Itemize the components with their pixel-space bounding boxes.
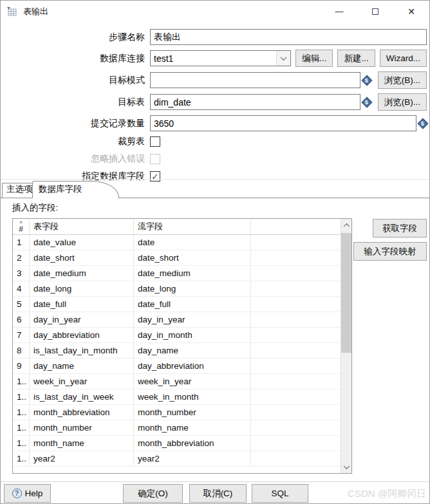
field-mapping-button[interactable]: 输入字段映射 (353, 242, 427, 261)
column-header-num[interactable]: ^ # (13, 219, 30, 234)
ignore-insert-errors-checkbox (150, 154, 160, 164)
browse-table-button[interactable]: 浏览(B)... (378, 93, 427, 111)
tab-database-fields[interactable]: 数据库字段 (32, 181, 119, 198)
stream-field-cell[interactable]: week_in_year (134, 374, 251, 389)
row-num-cell[interactable]: 1.. (13, 389, 30, 404)
scroll-down-icon[interactable] (341, 460, 351, 473)
table-field-cell[interactable]: day_abbreviation (30, 328, 134, 342)
commit-size-input[interactable] (150, 115, 416, 131)
scroll-up-icon[interactable] (341, 219, 351, 232)
ok-button[interactable]: 确定(O) (123, 484, 183, 503)
table-field-cell[interactable]: year2 (30, 451, 134, 466)
row-num-cell[interactable]: 8 (13, 343, 30, 358)
cancel-button[interactable]: 取消(C) (189, 484, 247, 503)
row-num-cell[interactable]: 4 (13, 281, 30, 296)
stream-field-cell[interactable]: day_in_month (134, 328, 251, 342)
column-header-stream-field[interactable]: 流字段 (134, 219, 251, 234)
form: 步骤名称 数据库连接 test1 编辑... 新建... Wizard... 目… (3, 29, 427, 188)
table-field-cell[interactable]: month_abbreviation (30, 405, 134, 420)
scrollbar-thumb[interactable] (341, 233, 351, 353)
table-field-cell[interactable]: day_in_year (30, 312, 134, 327)
table-row[interactable]: 1..month_abbreviationmonth_number (13, 405, 341, 420)
watermark: CSDN @阿卿冈日 (348, 488, 426, 500)
row-num-cell[interactable]: 7 (13, 328, 30, 342)
table-row[interactable]: 8is_last_day_in_monthday_name (13, 343, 341, 359)
row-num-cell[interactable]: 1.. (13, 405, 30, 420)
minimize-button[interactable]: — (321, 1, 357, 22)
table-field-cell[interactable]: month_name (30, 436, 134, 451)
stream-field-cell[interactable]: year2 (134, 451, 251, 466)
row-num-cell[interactable]: 2 (13, 250, 30, 265)
stream-field-cell[interactable]: week_in_month (134, 389, 251, 404)
target-table-input[interactable] (150, 94, 360, 110)
row-num-cell[interactable]: 6 (13, 312, 30, 327)
truncate-table-checkbox[interactable] (150, 136, 160, 147)
table-row[interactable]: 2date_shortdate_short (13, 250, 341, 266)
table-row[interactable]: 1date_valuedate (13, 235, 341, 250)
empty-cell (251, 343, 341, 358)
row-num-cell[interactable]: 1 (13, 235, 30, 250)
table-row[interactable]: 1..is_last_day_in_weekweek_in_month (13, 389, 341, 405)
browse-schema-button[interactable]: 浏览(B)... (378, 71, 427, 89)
variable-icon: $ (418, 118, 429, 129)
stream-field-cell[interactable]: date (134, 235, 251, 250)
row-num-cell[interactable]: 1.. (13, 436, 30, 451)
table-row[interactable]: 6day_in_yearday_in_year (13, 312, 341, 328)
stream-field-cell[interactable]: date_medium (134, 266, 251, 281)
stream-field-cell[interactable]: day_name (134, 343, 251, 358)
row-num-cell[interactable]: 9 (13, 359, 30, 373)
row-num-cell[interactable]: 1.. (13, 451, 30, 466)
db-connection-value: test1 (151, 53, 276, 64)
table-field-cell[interactable]: date_medium (30, 266, 134, 281)
new-connection-button[interactable]: 新建... (337, 50, 375, 67)
table-field-cell[interactable]: day_name (30, 359, 134, 373)
edit-connection-button[interactable]: 编辑... (295, 50, 333, 67)
table-row[interactable]: 7day_abbreviationday_in_month (13, 328, 341, 343)
stream-field-cell[interactable]: month_name (134, 420, 251, 435)
db-connection-select[interactable]: test1 (150, 50, 291, 66)
close-button[interactable]: ✕ (393, 1, 429, 22)
stream-field-cell[interactable]: month_abbreviation (134, 436, 251, 451)
table-field-cell[interactable]: is_last_day_in_month (30, 343, 134, 358)
table-row[interactable]: 1..year2year2 (13, 451, 341, 467)
specify-db-fields-checkbox[interactable]: ✓ (150, 171, 160, 182)
row-num-cell[interactable]: 1.. (13, 374, 30, 389)
step-name-input[interactable] (150, 29, 427, 45)
truncate-table-label: 裁剪表 (3, 136, 150, 147)
row-num-cell[interactable]: 3 (13, 266, 30, 281)
table-row[interactable]: 3date_mediumdate_medium (13, 266, 341, 281)
get-fields-button[interactable]: 获取字段 (373, 219, 427, 238)
table-field-cell[interactable]: week_in_year (30, 374, 134, 389)
table-field-cell[interactable]: month_number (30, 420, 134, 435)
vertical-scrollbar[interactable] (341, 219, 351, 473)
empty-cell (251, 328, 341, 342)
maximize-button[interactable] (357, 1, 393, 22)
table-field-cell[interactable]: is_last_day_in_week (30, 389, 134, 404)
chevron-down-icon[interactable] (276, 51, 290, 66)
table-row[interactable]: 1..month_namemonth_abbreviation (13, 436, 341, 451)
stream-field-cell[interactable]: month_number (134, 405, 251, 420)
table-row[interactable]: 4date_longdate_long (13, 281, 341, 297)
table-row[interactable]: 1..month_numbermonth_name (13, 420, 341, 436)
table-field-cell[interactable]: date_value (30, 235, 134, 250)
row-num-cell[interactable]: 5 (13, 297, 30, 312)
table-row[interactable]: 9day_nameday_abbreviation (13, 359, 341, 374)
target-schema-input[interactable] (150, 72, 360, 88)
stream-field-cell[interactable]: day_abbreviation (134, 359, 251, 373)
table-field-cell[interactable]: date_long (30, 281, 134, 296)
stream-field-cell[interactable]: date_short (134, 250, 251, 265)
help-button[interactable]: ? Help (4, 484, 51, 503)
stream-field-cell[interactable]: date_long (134, 281, 251, 296)
window-controls: — ✕ (321, 1, 429, 22)
sql-button[interactable]: SQL (252, 484, 308, 503)
stream-field-cell[interactable]: day_in_year (134, 312, 251, 327)
wizard-button[interactable]: Wizard... (380, 50, 427, 67)
row-num-cell[interactable]: 1.. (13, 420, 30, 435)
table-row[interactable]: 5date_fulldate_full (13, 297, 341, 312)
stream-field-cell[interactable]: date_full (134, 297, 251, 312)
table-field-cell[interactable]: date_full (30, 297, 134, 312)
empty-cell (251, 359, 341, 373)
table-row[interactable]: 1..week_in_yearweek_in_year (13, 374, 341, 389)
column-header-table-field[interactable]: 表字段 (30, 219, 134, 234)
table-field-cell[interactable]: date_short (30, 250, 134, 265)
